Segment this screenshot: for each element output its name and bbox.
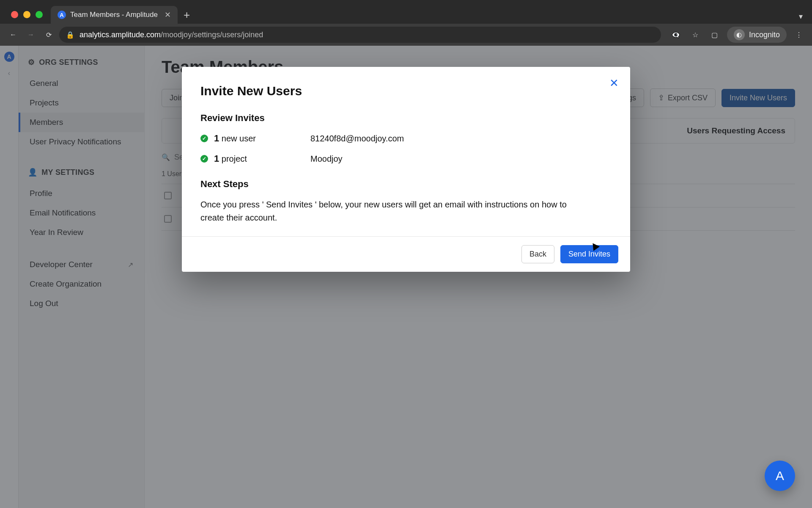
- invite-users-modal: ✕ Invite New Users Review Invites ✓ 1 ne…: [182, 67, 630, 272]
- lock-icon: 🔒: [66, 31, 74, 39]
- browser-toolbar: ← → ⟳ 🔒 analytics.amplitude.com/moodjoy/…: [0, 24, 812, 46]
- amplitude-glyph-icon: A: [776, 469, 784, 483]
- modal-close-button[interactable]: ✕: [606, 75, 623, 91]
- bookmark-star-icon[interactable]: ☆: [688, 28, 702, 42]
- close-window-dot[interactable]: [11, 11, 18, 18]
- close-icon: ✕: [609, 77, 619, 90]
- review-count: 1: [214, 133, 219, 144]
- modal-title: Invite New Users: [200, 84, 612, 98]
- nav-back-button[interactable]: ←: [6, 28, 20, 42]
- review-row-projects: ✓ 1 project Moodjoy: [200, 153, 612, 164]
- incognito-label: Incognito: [749, 30, 780, 39]
- review-count: 1: [214, 153, 219, 164]
- review-list: ✓ 1 new user 81240f8d@moodjoy.com ✓ 1 pr…: [200, 133, 612, 164]
- minimize-window-dot[interactable]: [23, 11, 30, 18]
- nav-forward-button[interactable]: →: [24, 28, 38, 42]
- panel-icon[interactable]: ▢: [708, 28, 722, 42]
- help-fab[interactable]: A: [765, 461, 795, 491]
- modal-footer: Back Send Invites: [182, 236, 630, 272]
- review-row-users: ✓ 1 new user 81240f8d@moodjoy.com: [200, 133, 612, 144]
- tab-close-icon[interactable]: ✕: [165, 10, 171, 19]
- review-value: 81240f8d@moodjoy.com: [310, 134, 404, 144]
- url-path: /moodjoy/settings/users/joined: [161, 30, 263, 39]
- tab-title: Team Members - Amplitude: [70, 11, 158, 19]
- incognito-chip[interactable]: ◐ Incognito: [727, 27, 787, 43]
- incognito-mask-icon: ◐: [734, 29, 745, 40]
- address-bar[interactable]: 🔒 analytics.amplitude.com/moodjoy/settin…: [59, 27, 661, 43]
- back-button[interactable]: Back: [521, 245, 554, 263]
- send-invites-button[interactable]: Send Invites: [560, 245, 618, 263]
- next-steps-header: Next Steps: [200, 179, 612, 190]
- check-circle-icon: ✓: [200, 135, 208, 142]
- check-circle-icon: ✓: [200, 155, 208, 163]
- browser-tabstrip: A Team Members - Amplitude ✕ +: [51, 6, 804, 24]
- review-invites-header: Review Invites: [200, 113, 612, 124]
- eye-off-icon[interactable]: 👁️‍🗨️: [669, 28, 683, 42]
- url-host: analytics.amplitude.com: [80, 30, 161, 39]
- amplitude-favicon-icon: A: [58, 11, 66, 19]
- zoom-window-dot[interactable]: [36, 11, 43, 18]
- nav-reload-button[interactable]: ⟳: [41, 28, 56, 42]
- browser-tab-active[interactable]: A Team Members - Amplitude ✕: [51, 6, 178, 24]
- modal-overlay[interactable]: ✕ Invite New Users Review Invites ✓ 1 ne…: [0, 46, 812, 508]
- review-label: new user: [222, 134, 256, 143]
- kebab-menu-icon[interactable]: ⋮: [792, 28, 806, 42]
- review-value: Moodjoy: [310, 154, 343, 164]
- next-steps-text: Once you press ' Send Invites ' below, y…: [200, 198, 585, 224]
- tablist-caret-icon[interactable]: ▾: [799, 12, 803, 21]
- new-tab-button[interactable]: +: [184, 9, 190, 20]
- app-viewport: A ‹ ⚙ ORG SETTINGS General Projects Memb…: [0, 46, 812, 508]
- window-traffic-lights[interactable]: [11, 11, 43, 18]
- review-label: project: [222, 154, 247, 163]
